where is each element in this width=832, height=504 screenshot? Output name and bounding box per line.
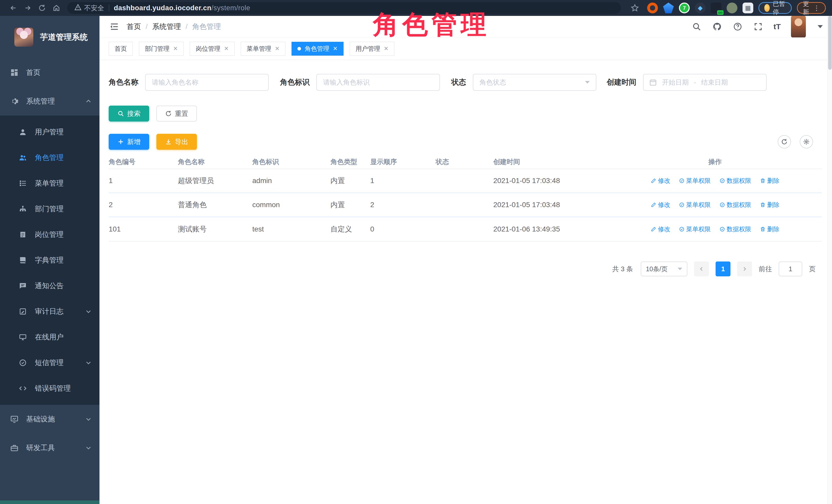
user-avatar[interactable] xyxy=(791,16,806,38)
delete-action[interactable]: 删除 xyxy=(760,177,779,185)
dashboard-icon xyxy=(10,68,19,77)
role-name-label: 角色名称 xyxy=(109,77,138,87)
calendar-icon xyxy=(649,78,657,86)
delete-action[interactable]: 删除 xyxy=(760,201,779,209)
extension-icon[interactable]: ◆ xyxy=(695,3,706,13)
help-icon[interactable] xyxy=(732,22,743,32)
sidebar-item-error-codes[interactable]: 错误码管理 xyxy=(0,376,100,401)
update-button[interactable]: 更新 ⋮ xyxy=(797,2,826,14)
sidebar-item-roles[interactable]: 角色管理 xyxy=(0,145,100,170)
close-icon[interactable]: ✕ xyxy=(275,45,280,52)
address-bar[interactable]: 不安全 dashboard.yudao.iocoder.cn/system/ro… xyxy=(67,2,621,14)
data-permission-action[interactable]: 数据权限 xyxy=(720,225,751,233)
extension-icon[interactable] xyxy=(663,3,674,13)
delete-action[interactable]: 删除 xyxy=(760,225,779,233)
page-scrollbar[interactable] xyxy=(827,16,832,504)
browser-forward-icon[interactable] xyxy=(21,2,35,14)
kebab-menu-icon[interactable]: ⋮ xyxy=(813,4,820,12)
app-logo xyxy=(15,28,33,47)
role-name-input[interactable] xyxy=(145,74,269,91)
menu-permission-action[interactable]: 菜单权限 xyxy=(679,201,711,209)
trash-icon xyxy=(760,227,765,232)
search-icon[interactable] xyxy=(692,22,702,32)
avatar-caret-icon[interactable] xyxy=(817,25,823,28)
menu-permission-action[interactable]: 菜单权限 xyxy=(679,177,711,185)
tab-dept[interactable]: 部门管理✕ xyxy=(139,42,184,56)
search-button[interactable]: 搜索 xyxy=(109,106,149,122)
fullscreen-icon[interactable] xyxy=(753,22,763,32)
sidebar-item-infra[interactable]: 基础设施 xyxy=(0,405,100,433)
chevron-down-icon xyxy=(85,308,92,315)
code-icon xyxy=(19,384,27,393)
font-size-icon[interactable]: tT xyxy=(774,22,781,31)
role-name: 普通角色 xyxy=(178,200,252,210)
sidebar-item-posts[interactable]: 岗位管理 xyxy=(0,222,100,247)
sidebar-item-online-users[interactable]: 在线用户 xyxy=(0,324,100,350)
github-icon[interactable] xyxy=(712,22,722,32)
paused-badge[interactable]: 已暂停 xyxy=(758,2,792,14)
sidebar-item-system[interactable]: 系统管理 xyxy=(0,87,100,115)
next-page-button[interactable] xyxy=(737,262,752,276)
tab-role[interactable]: 角色管理✕ xyxy=(291,42,343,56)
data-permission-action[interactable]: 数据权限 xyxy=(720,201,751,209)
page-1-button[interactable]: 1 xyxy=(716,262,730,276)
refresh-table-button[interactable] xyxy=(778,135,791,149)
role-key-input[interactable] xyxy=(316,74,440,91)
data-permission-action[interactable]: 数据权限 xyxy=(720,177,751,185)
search-form: 角色名称 角色标识 状态 角色状态 创建时间 开始日期 - 结束日期 xyxy=(109,74,822,91)
extension-icon[interactable] xyxy=(647,3,658,13)
breadcrumb-home[interactable]: 首页 xyxy=(127,22,141,31)
sidebar-item-dict[interactable]: 字典管理 xyxy=(0,247,100,273)
close-icon[interactable]: ✕ xyxy=(384,45,388,52)
edit-action[interactable]: 修改 xyxy=(651,225,670,233)
browser-back-icon[interactable] xyxy=(6,2,21,14)
close-icon[interactable]: ✕ xyxy=(224,45,229,52)
extensions-puzzle-icon[interactable]: ▦ xyxy=(743,3,753,13)
table-header-row: 角色编号 角色名称 角色标识 角色类型 显示顺序 状态 创建时间 操作 xyxy=(109,155,822,169)
sidebar-item-depts[interactable]: 部门管理 xyxy=(0,196,100,222)
add-button[interactable]: 新增 xyxy=(109,134,149,150)
export-button[interactable]: 导出 xyxy=(156,134,197,150)
page-size-select[interactable]: 10条/页 xyxy=(641,262,687,276)
breadcrumb-system[interactable]: 系统管理 xyxy=(152,22,181,31)
trash-icon xyxy=(760,202,765,208)
edit-action[interactable]: 修改 xyxy=(651,201,670,209)
sidebar-item-audit-log[interactable]: 审计日志 xyxy=(0,299,100,324)
sidebar-item-users[interactable]: 用户管理 xyxy=(0,119,100,145)
status-select[interactable]: 角色状态 xyxy=(473,74,596,91)
warning-icon xyxy=(74,4,81,12)
browser-reload-icon[interactable] xyxy=(35,2,49,14)
sidebar-item-home[interactable]: 首页 xyxy=(0,58,100,87)
browser-home-icon[interactable] xyxy=(49,2,63,14)
sidebar-item-sms[interactable]: 短信管理 xyxy=(0,350,100,376)
edit-action[interactable]: 修改 xyxy=(651,177,670,185)
app-logo-row[interactable]: 芋道管理系统 xyxy=(0,16,100,58)
sidebar-item-notice[interactable]: 通知公告 xyxy=(0,273,100,299)
reset-button[interactable]: 重置 xyxy=(156,106,197,122)
chevron-down-icon xyxy=(678,268,682,270)
close-icon[interactable]: ✕ xyxy=(333,45,337,52)
bookmark-star-icon[interactable] xyxy=(628,2,642,14)
circle-check-icon xyxy=(720,178,725,184)
extension-icon[interactable]: on xyxy=(711,3,722,13)
menu-permission-action[interactable]: 菜单权限 xyxy=(679,225,711,233)
role-sort: 0 xyxy=(370,225,436,233)
goto-page-input[interactable] xyxy=(779,262,802,276)
date-range-picker[interactable]: 开始日期 - 结束日期 xyxy=(643,74,766,91)
url-host: dashboard.yudao.iocoder.cn xyxy=(114,4,211,12)
tab-post[interactable]: 岗位管理✕ xyxy=(190,42,234,56)
gear-icon xyxy=(10,97,19,106)
trash-icon xyxy=(760,178,765,184)
extension-icon[interactable] xyxy=(727,3,737,13)
tab-home[interactable]: 首页 xyxy=(109,42,133,56)
column-settings-button[interactable] xyxy=(800,135,813,149)
prev-page-button[interactable] xyxy=(694,262,709,276)
close-icon[interactable]: ✕ xyxy=(173,45,178,52)
scrollbar-thumb[interactable] xyxy=(828,16,832,70)
tab-menu[interactable]: 菜单管理✕ xyxy=(241,42,285,56)
tab-user[interactable]: 用户管理✕ xyxy=(350,42,394,56)
sidebar-item-devtools[interactable]: 研发工具 xyxy=(0,433,100,462)
extension-icon[interactable]: 7 xyxy=(679,3,690,13)
collapse-sidebar-icon[interactable] xyxy=(109,21,120,32)
sidebar-item-menus[interactable]: 菜单管理 xyxy=(0,170,100,196)
